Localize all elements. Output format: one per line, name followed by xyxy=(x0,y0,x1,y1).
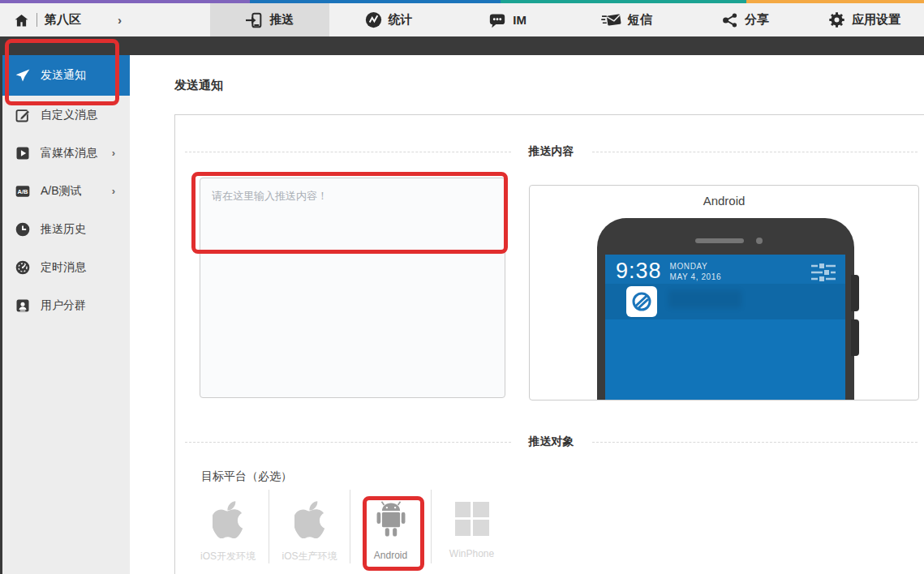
history-icon xyxy=(15,221,31,238)
phone-screen: 9:38 MONDAY MAY 4, 2016 xyxy=(605,255,845,401)
section-divider-content: 推送内容 xyxy=(185,144,918,159)
push-form-panel: 推送内容 Android 9:38 MONDAY MAY 4, 2016 xyxy=(174,114,924,574)
tab-stats[interactable]: 统计 xyxy=(329,3,449,36)
phone-camera xyxy=(756,238,763,244)
sliders-settings-icon xyxy=(810,263,837,285)
phone-speaker xyxy=(695,238,744,243)
phone-volume-button xyxy=(851,275,859,311)
chevron-right-icon: › xyxy=(112,185,115,197)
platform-winphone[interactable]: WinPhone xyxy=(431,490,512,563)
strip-teal xyxy=(501,0,746,3)
platform-ios-dev[interactable]: iOS开发环境 xyxy=(187,490,269,563)
send-icon xyxy=(15,67,31,84)
tab-sms[interactable]: 短信 xyxy=(567,3,686,36)
section-title: 推送对象 xyxy=(511,435,592,449)
jpush-app-icon xyxy=(626,286,657,317)
top-color-strip xyxy=(0,0,924,3)
gear-icon xyxy=(828,11,845,28)
clock-day: MONDAY xyxy=(670,261,722,272)
tab-push[interactable]: 推送 xyxy=(210,3,329,36)
tab-label: 应用设置 xyxy=(852,12,900,28)
dashed-line xyxy=(185,152,511,152)
tab-label: 推送 xyxy=(269,12,294,28)
dashed-line xyxy=(185,442,511,443)
windows-icon xyxy=(454,501,490,540)
strip-purple xyxy=(0,0,250,3)
apple-icon xyxy=(294,501,325,542)
push-content-input[interactable] xyxy=(200,178,505,398)
sidebar-item-label: 发送通知 xyxy=(41,68,86,83)
app-window: 第八区 › 推送 统计 IM 短信 xyxy=(0,0,924,574)
platform-label: WinPhone xyxy=(449,548,494,559)
phone-mockup: 9:38 MONDAY MAY 4, 2016 xyxy=(597,218,854,401)
sidebar-item-label: 富媒体消息 xyxy=(41,146,97,161)
share-icon xyxy=(722,12,738,28)
dashed-line xyxy=(592,442,918,443)
tab-app-settings[interactable]: 应用设置 xyxy=(805,3,924,36)
sidebar-item-label: 用户分群 xyxy=(41,298,86,313)
sidebar-item-send-notification[interactable]: 发送通知 xyxy=(2,55,130,96)
strip-blue xyxy=(250,0,501,3)
secondary-header-bar xyxy=(0,36,924,55)
lockscreen-status: 9:38 MONDAY MAY 4, 2016 xyxy=(605,255,845,285)
platform-label: Android xyxy=(374,550,407,561)
platform-ios-prod[interactable]: iOS生产环境 xyxy=(269,490,350,563)
tab-label: 短信 xyxy=(628,12,652,28)
push-icon xyxy=(245,12,263,28)
sidebar-item-label: A/B测试 xyxy=(41,184,82,199)
clock-date: MONDAY MAY 4, 2016 xyxy=(670,261,722,282)
current-app-name[interactable]: 第八区 xyxy=(45,12,81,28)
tab-label: 分享 xyxy=(745,12,769,28)
clock-date-line: MAY 4, 2016 xyxy=(670,272,722,282)
platform-selector: iOS开发环境 iOS生产环境 xyxy=(187,490,512,563)
notification-row xyxy=(605,284,845,319)
sidebar-item-scheduled-message[interactable]: 定时消息 xyxy=(2,248,130,286)
section-title: 推送内容 xyxy=(511,144,592,159)
tab-share[interactable]: 分享 xyxy=(686,3,806,36)
sidebar-item-custom-message[interactable]: 自定义消息 xyxy=(2,96,130,134)
strip-orange xyxy=(746,0,924,3)
platform-android[interactable]: Android xyxy=(350,490,431,563)
sidebar-item-user-segment[interactable]: 用户分群 xyxy=(2,286,130,324)
phone-power-button xyxy=(851,319,859,356)
top-nav: 第八区 › 推送 统计 IM 短信 xyxy=(0,3,924,36)
svg-text:A/B: A/B xyxy=(18,188,29,195)
sidebar-item-label: 定时消息 xyxy=(41,260,86,275)
target-platform-label: 目标平台（必选） xyxy=(201,469,292,484)
page-title: 发送通知 xyxy=(174,78,223,93)
stats-icon xyxy=(365,11,382,28)
breadcrumb-chevron-icon[interactable]: › xyxy=(118,13,122,27)
sidebar-item-label: 自定义消息 xyxy=(41,108,97,122)
home-icon[interactable] xyxy=(14,13,29,28)
platform-label: iOS生产环境 xyxy=(281,550,337,563)
tab-im[interactable]: IM xyxy=(448,3,567,36)
android-preview-panel: Android 9:38 MONDAY MAY 4, 2016 xyxy=(529,185,919,401)
platform-label: iOS开发环境 xyxy=(200,550,256,563)
im-icon xyxy=(488,12,506,28)
segment-icon xyxy=(15,298,31,314)
media-icon xyxy=(15,145,31,161)
tab-label: 统计 xyxy=(389,12,413,28)
android-icon xyxy=(374,501,408,542)
clock-time: 9:38 xyxy=(616,259,662,282)
dashed-line xyxy=(592,152,918,152)
timer-icon xyxy=(15,259,31,276)
sidebar-item-rich-media[interactable]: 富媒体消息 › xyxy=(2,134,130,172)
tab-label: IM xyxy=(513,13,526,27)
sms-icon xyxy=(601,13,621,28)
edit-icon xyxy=(15,107,31,123)
section-divider-target: 推送对象 xyxy=(185,435,918,449)
notification-text-ghost xyxy=(668,290,741,308)
sidebar-item-push-history[interactable]: 推送历史 xyxy=(2,210,130,248)
sidebar: 发送通知 自定义消息 富媒体消息 › A/B A/B测试 › xyxy=(0,55,130,574)
brand-divider xyxy=(37,13,37,27)
ab-test-icon: A/B xyxy=(15,183,31,199)
preview-platform-title: Android xyxy=(530,194,918,208)
chevron-right-icon: › xyxy=(112,147,115,159)
apple-icon xyxy=(213,501,243,542)
breadcrumb[interactable]: 第八区 › xyxy=(0,3,210,36)
sidebar-item-ab-test[interactable]: A/B A/B测试 › xyxy=(2,172,130,210)
sidebar-item-label: 推送历史 xyxy=(41,222,86,237)
